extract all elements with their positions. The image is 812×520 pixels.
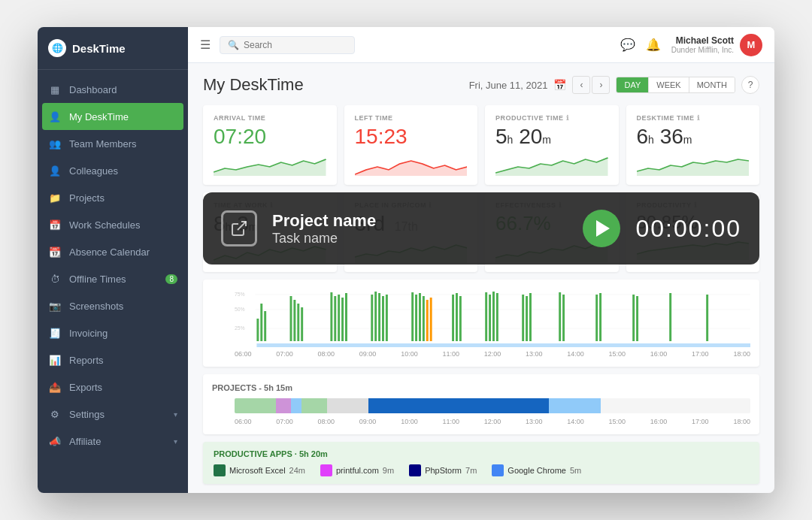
svg-line-8 xyxy=(238,222,246,230)
project-x-label: 06:00 xyxy=(235,418,252,425)
offline-icon: ⏱ xyxy=(48,272,62,286)
sidebar-item-offline-times[interactable]: ⏱ Offline Times 8 xyxy=(38,265,188,292)
view-day-button[interactable]: DAY xyxy=(617,77,649,92)
projects-section: PROJECTS - 5h 15m 06:00 07:00 08:00 09 xyxy=(203,374,759,434)
help-button[interactable]: ? xyxy=(741,76,759,94)
sidebar-item-screenshots[interactable]: 📷 Screenshots xyxy=(38,292,188,319)
avatar[interactable]: M xyxy=(740,34,762,56)
sidebar-item-label: Offline Times xyxy=(69,274,126,285)
user-text: Michael Scott Dunder Mifflin, Inc. xyxy=(671,35,734,54)
search-icon: 🔍 xyxy=(228,40,239,50)
header: ☰ 🔍 💬 🔔 Michael Scott Dunder Mifflin, In… xyxy=(188,27,774,63)
svg-rect-43 xyxy=(492,292,495,341)
svg-rect-36 xyxy=(426,300,429,341)
project-x-label: 10:00 xyxy=(401,418,418,425)
calendar-icon[interactable]: 📅 xyxy=(553,79,566,91)
hamburger-button[interactable]: ☰ xyxy=(200,38,211,52)
svg-rect-41 xyxy=(485,292,487,341)
date-text: Fri, June 11, 2021 xyxy=(469,80,548,91)
desktime-time-chart xyxy=(637,153,750,176)
sidebar-item-team-members[interactable]: 👥 Team Members xyxy=(38,130,188,157)
view-week-button[interactable]: WEEK xyxy=(649,77,689,92)
logo-icon: 🌐 xyxy=(48,39,66,57)
sidebar-item-invoicing[interactable]: 🧾 Invoicing xyxy=(38,319,188,346)
sidebar-item-label: Dashboard xyxy=(69,84,117,95)
app-time: 5m xyxy=(570,466,581,475)
svg-rect-26 xyxy=(345,293,347,341)
app-item: Microsoft Excel 24m xyxy=(214,464,305,476)
svg-rect-47 xyxy=(529,293,532,341)
project-x-label: 13:00 xyxy=(526,418,543,425)
svg-rect-21 xyxy=(301,307,303,341)
prev-date-button[interactable]: ‹ xyxy=(572,76,590,94)
user-info: Michael Scott Dunder Mifflin, Inc. M xyxy=(671,34,762,56)
sidebar-item-settings[interactable]: ⚙ Settings ▾ xyxy=(38,401,188,428)
project-x-label: 11:00 xyxy=(442,418,459,425)
chart-x-label: 14:00 xyxy=(567,350,584,358)
page-title-bar: My DeskTime Fri, June 11, 2021 📅 ‹ › DAY… xyxy=(203,75,759,95)
bell-icon[interactable]: 🔔 xyxy=(646,38,661,52)
timer-task-name: Task name xyxy=(272,231,568,246)
sidebar-item-work-schedules[interactable]: 📅 Work Schedules xyxy=(38,211,188,238)
productive-time-value: 5h 20m xyxy=(495,125,608,149)
sidebar-item-projects[interactable]: 📁 Projects xyxy=(38,184,188,211)
sidebar-item-label: Colleagues xyxy=(69,165,118,177)
colleagues-icon: 👤 xyxy=(48,164,62,177)
chart-x-label: 09:00 xyxy=(359,350,377,358)
sidebar-item-reports[interactable]: 📊 Reports xyxy=(38,346,188,373)
info-icon: ℹ xyxy=(566,114,569,122)
app-name: Google Chrome xyxy=(508,466,566,475)
sidebar-item-affiliate[interactable]: 📣 Affiliate ▾ xyxy=(38,428,188,455)
desktime-time-card: DESKTIME TIME ℹ 6h 36m xyxy=(626,105,760,185)
chart-x-label: 10:00 xyxy=(401,350,418,358)
app-time: 24m xyxy=(289,466,305,475)
chat-icon[interactable]: 💬 xyxy=(620,38,635,52)
chart-x-label: 15:00 xyxy=(609,350,626,358)
svg-rect-50 xyxy=(595,295,598,341)
search-input[interactable] xyxy=(244,40,347,50)
sidebar-item-dashboard[interactable]: ▦ Dashboard xyxy=(38,76,188,103)
sidebar: 🌐 DeskTime ▦ Dashboard 👤 My DeskTime 👥 T… xyxy=(38,27,188,493)
app-item: Google Chrome 5m xyxy=(492,464,581,476)
sidebar-item-label: Team Members xyxy=(69,138,137,150)
sidebar-item-label: My DeskTime xyxy=(69,111,129,122)
page-title: My DeskTime xyxy=(203,75,304,95)
sidebar-item-exports[interactable]: 📤 Exports xyxy=(38,373,188,401)
app-icon xyxy=(409,464,421,476)
svg-rect-30 xyxy=(382,296,384,341)
svg-rect-27 xyxy=(371,295,373,341)
sidebar-item-label: Affiliate xyxy=(69,436,101,447)
svg-rect-25 xyxy=(341,298,344,341)
app-icon xyxy=(320,464,332,476)
svg-rect-54 xyxy=(669,293,671,341)
chart-x-label: 13:00 xyxy=(526,350,543,358)
timer-text: Project name Task name xyxy=(272,211,568,246)
next-date-button[interactable]: › xyxy=(592,76,610,94)
sidebar-item-label: Work Schedules xyxy=(69,219,140,231)
offline-badge: 8 xyxy=(165,274,177,284)
settings-icon: ⚙ xyxy=(48,407,62,421)
productive-time-chart xyxy=(495,153,608,176)
svg-rect-23 xyxy=(334,296,336,341)
logo: 🌐 DeskTime xyxy=(38,27,188,70)
project-x-label: 07:00 xyxy=(276,418,293,425)
svg-rect-17 xyxy=(264,311,266,341)
svg-text:25%: 25% xyxy=(235,325,245,331)
project-x-label: 14:00 xyxy=(567,418,584,425)
sidebar-item-my-desktime[interactable]: 👤 My DeskTime xyxy=(42,103,183,130)
svg-rect-22 xyxy=(330,292,332,341)
sidebar-item-colleagues[interactable]: 👤 Colleagues xyxy=(38,157,188,184)
project-x-label: 17:00 xyxy=(692,418,709,425)
project-x-label: 08:00 xyxy=(318,418,335,425)
reports-icon: 📊 xyxy=(48,353,62,367)
sidebar-item-absence-calendar[interactable]: 📆 Absence Calendar xyxy=(38,238,188,265)
left-time-card: LEFT TIME 15:23 xyxy=(344,105,478,185)
svg-rect-24 xyxy=(338,295,340,341)
app-name: PhpStorm xyxy=(425,466,462,475)
project-x-label: 09:00 xyxy=(359,418,377,425)
chart-x-label: 07:00 xyxy=(276,350,293,358)
view-month-button[interactable]: MONTH xyxy=(689,77,735,92)
svg-rect-40 xyxy=(459,296,462,341)
left-time-value: 15:23 xyxy=(355,125,468,149)
timer-play-button[interactable] xyxy=(583,210,620,247)
